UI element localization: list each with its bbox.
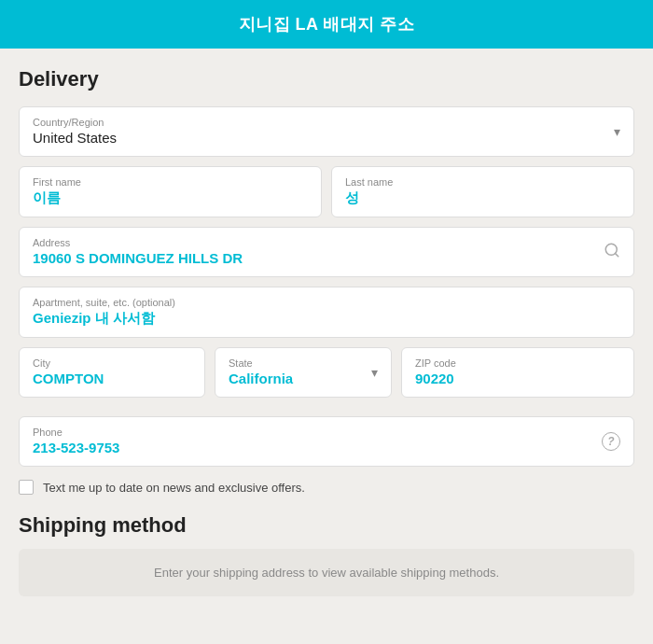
checkbox-label: Text me up to date on news and exclusive… xyxy=(43,481,305,495)
checkbox-row[interactable]: Text me up to date on news and exclusive… xyxy=(19,480,634,495)
text-me-checkbox[interactable] xyxy=(19,480,34,495)
chevron-down-icon: ▾ xyxy=(614,124,620,139)
zip-field[interactable]: ZIP code 90220 xyxy=(401,347,634,398)
city-value: COMPTON xyxy=(33,371,104,386)
shipping-title: Shipping method xyxy=(19,513,634,538)
apartment-field[interactable]: Apartment, suite, etc. (optional) Geniez… xyxy=(19,287,634,338)
address-content: Address 19060 S DOMINGUEZ HILLS DR xyxy=(33,237,243,267)
address-field[interactable]: Address 19060 S DOMINGUEZ HILLS DR xyxy=(19,227,634,277)
country-content: Country/Region United States xyxy=(33,117,117,147)
apartment-value: Geniezip 내 사서함 xyxy=(33,310,155,326)
country-label: Country/Region xyxy=(33,117,117,128)
city-label: City xyxy=(33,357,191,369)
country-row: Country/Region United States ▾ xyxy=(33,117,620,147)
zip-value: 90220 xyxy=(415,371,454,386)
city-field[interactable]: City COMPTON xyxy=(19,347,205,398)
phone-value: 213-523-9753 xyxy=(33,440,119,455)
name-row: First name 이름 Last name 성 xyxy=(19,166,634,217)
phone-content: Phone 213-523-9753 xyxy=(33,427,119,456)
help-icon: ? xyxy=(602,432,620,451)
zip-label: ZIP code xyxy=(415,357,620,369)
state-inner: State California ▾ xyxy=(229,357,378,387)
address-row: Address 19060 S DOMINGUEZ HILLS DR xyxy=(33,237,620,267)
svg-line-1 xyxy=(615,253,618,256)
last-name-label: Last name xyxy=(345,176,620,188)
delivery-title: Delivery xyxy=(19,67,634,91)
last-name-value: 성 xyxy=(345,189,359,205)
phone-field[interactable]: Phone 213-523-9753 ? xyxy=(19,416,634,467)
country-field[interactable]: Country/Region United States ▾ xyxy=(19,106,634,157)
search-icon xyxy=(604,242,620,262)
state-label: State xyxy=(229,357,293,369)
apartment-label: Apartment, suite, etc. (optional) xyxy=(33,297,620,308)
last-name-field[interactable]: Last name 성 xyxy=(331,166,634,217)
state-field[interactable]: State California ▾ xyxy=(215,347,392,398)
first-name-field[interactable]: First name 이름 xyxy=(19,166,322,217)
address-label: Address xyxy=(33,237,243,248)
state-value: California xyxy=(229,371,293,386)
address-value: 19060 S DOMINGUEZ HILLS DR xyxy=(33,250,243,266)
state-content: State California xyxy=(229,357,293,387)
country-value: United States xyxy=(33,130,117,146)
first-name-value: 이름 xyxy=(33,189,61,205)
shipping-box: Enter your shipping address to view avai… xyxy=(19,549,634,596)
header-title: 지니집 LA 배대지 주소 xyxy=(239,15,415,34)
content-area: Delivery Country/Region United States ▾ … xyxy=(0,49,653,615)
city-state-zip-row: City COMPTON State California ▾ ZIP code… xyxy=(19,347,634,407)
state-chevron-icon: ▾ xyxy=(371,365,378,380)
phone-row: Phone 213-523-9753 ? xyxy=(33,427,620,456)
phone-label: Phone xyxy=(33,427,119,438)
page-header: 지니집 LA 배대지 주소 xyxy=(0,0,653,49)
shipping-placeholder: Enter your shipping address to view avai… xyxy=(34,566,619,580)
first-name-label: First name xyxy=(33,176,308,188)
